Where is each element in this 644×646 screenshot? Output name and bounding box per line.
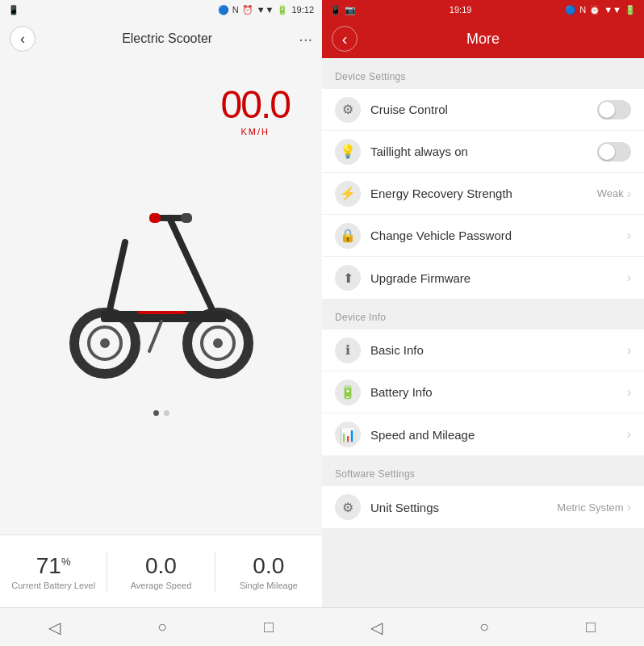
upgrade-firmware-right: › [627, 271, 631, 285]
speed-label: Average Speed [131, 581, 192, 590]
basic-info-right: › [627, 343, 631, 358]
carousel-dot-1 [153, 410, 159, 416]
speed-mileage-icon: 📊 [335, 422, 361, 447]
software-settings-label: Software Settings [322, 455, 644, 486]
right-bluetooth-icon: 🔵 [565, 5, 576, 15]
speed-stat: 0.0 Average Speed [107, 547, 214, 597]
taillight-item[interactable]: 💡 Taillight always on [322, 131, 644, 173]
upgrade-firmware-item[interactable]: ⬆ Upgrade Firmware › [322, 257, 644, 299]
battery-info-label: Battery Info [370, 385, 627, 399]
energy-recovery-icon: ⚡ [335, 181, 361, 207]
svg-line-13 [149, 321, 161, 351]
left-header: ‹ Electric Scooter ··· [0, 19, 322, 58]
unit-settings-item[interactable]: ⚙ Unit Settings Metric System › [322, 486, 644, 528]
battery-info-item[interactable]: 🔋 Battery Info › [322, 371, 644, 413]
right-status-left-icons: 📱 📷 [330, 5, 356, 15]
right-panel: 📱 📷 19:19 🔵 N ⏰ ▼▼ 🔋 ‹ More Device Setti… [322, 0, 644, 646]
speed-mileage-chevron-icon: › [627, 427, 631, 442]
device-settings-group: ⚙ Cruise Control 💡 Taillight always on ⚡… [322, 89, 644, 299]
left-more-button[interactable]: ··· [299, 30, 312, 48]
basic-info-chevron-icon: › [627, 343, 631, 358]
carousel-dot-2 [164, 410, 169, 416]
device-info-group: ℹ Basic Info › 🔋 Battery Info › 📊 Speed … [322, 329, 644, 455]
unit-settings-right: Metric System › [557, 500, 631, 514]
right-back-icon: ‹ [342, 30, 348, 48]
left-status-icons: 🔵 N ⏰ ▼▼ 🔋 19:12 [218, 5, 314, 15]
home-nav-icon[interactable]: ○ [157, 618, 167, 636]
alarm-icon: ⏰ [242, 5, 253, 15]
battery-label: Current Battery Level [11, 581, 95, 590]
right-time: 19:19 [450, 5, 472, 15]
right-back-nav-icon[interactable]: ◁ [370, 618, 383, 637]
right-battery-icon: 🔋 [625, 5, 636, 15]
change-password-icon: 🔒 [335, 223, 361, 249]
left-status-bar: 📱 🔵 N ⏰ ▼▼ 🔋 19:12 [0, 0, 322, 19]
recents-nav-icon[interactable]: □ [264, 618, 274, 636]
scooter-display-area: 00.0 KM/H [0, 58, 322, 535]
cruise-control-item[interactable]: ⚙ Cruise Control [322, 89, 644, 131]
speed-mileage-right: › [627, 427, 631, 442]
speed-display: 00.0 KM/H [221, 82, 290, 136]
mileage-value: 0.0 [253, 553, 284, 579]
basic-info-label: Basic Info [370, 343, 627, 357]
change-password-right: › [627, 229, 631, 243]
right-home-nav-icon[interactable]: ○ [479, 618, 489, 636]
left-nav-bar: ◁ ○ □ [0, 607, 322, 646]
signal-icon: ▼▼ [257, 5, 274, 15]
right-status-bar: 📱 📷 19:19 🔵 N ⏰ ▼▼ 🔋 [322, 0, 644, 19]
back-nav-icon[interactable]: ◁ [48, 618, 61, 637]
right-camera-icon: 📷 [345, 5, 356, 15]
mileage-label: Single Mileage [240, 581, 298, 590]
upgrade-firmware-label: Upgrade Firmware [370, 271, 627, 285]
cruise-control-toggle[interactable] [597, 100, 631, 120]
left-back-icon: ‹ [20, 31, 25, 48]
change-password-item[interactable]: 🔒 Change Vehicle Password › [322, 215, 644, 257]
basic-info-item[interactable]: ℹ Basic Info › [322, 329, 644, 371]
battery-info-right: › [627, 385, 631, 400]
device-settings-label: Device Settings [322, 58, 644, 89]
left-status-icon: 📱 [8, 5, 19, 15]
right-nfc-icon: N [579, 5, 586, 15]
svg-point-2 [100, 338, 110, 348]
cruise-control-icon: ⚙ [335, 97, 361, 123]
scooter-image [48, 178, 274, 404]
speed-mileage-item[interactable]: 📊 Speed and Mileage › [322, 413, 644, 455]
right-nav-bar: ◁ ○ □ [322, 607, 644, 646]
upgrade-firmware-icon: ⬆ [335, 265, 361, 291]
change-password-chevron-icon: › [627, 229, 631, 243]
unit-settings-icon: ⚙ [335, 494, 361, 520]
right-back-button[interactable]: ‹ [332, 26, 358, 52]
cruise-control-label: Cruise Control [370, 103, 597, 116]
taillight-label: Taillight always on [370, 145, 597, 158]
unit-settings-value: Metric System [557, 501, 623, 514]
right-phone-icon: 📱 [330, 5, 341, 15]
svg-point-5 [213, 338, 223, 348]
right-content: Device Settings ⚙ Cruise Control 💡 Taill… [322, 58, 644, 607]
nfc-icon: N [232, 5, 239, 15]
unit-settings-label: Unit Settings [370, 501, 557, 514]
svg-rect-11 [181, 213, 192, 223]
right-signal-icon: ▼▼ [604, 5, 621, 15]
device-info-label: Device Info [322, 299, 644, 329]
bluetooth-icon: 🔵 [218, 5, 229, 15]
avg-speed-value: 0.0 [145, 553, 177, 579]
speed-unit: KM/H [221, 127, 290, 136]
left-panel: 📱 🔵 N ⏰ ▼▼ 🔋 19:12 ‹ Electric Scooter ··… [0, 0, 322, 646]
carousel-dots [153, 410, 169, 416]
change-password-label: Change Vehicle Password [370, 229, 627, 242]
svg-rect-12 [137, 311, 186, 314]
taillight-toggle[interactable] [597, 142, 631, 162]
right-header: ‹ More [322, 19, 644, 58]
battery-unit: % [61, 555, 71, 567]
unit-settings-chevron-icon: › [627, 500, 631, 514]
stats-bar: 71% Current Battery Level 0.0 Average Sp… [0, 535, 322, 607]
energy-recovery-value: Weak [597, 187, 624, 199]
battery-icon: 🔋 [277, 5, 288, 15]
battery-info-chevron-icon: › [627, 385, 631, 400]
left-back-button[interactable]: ‹ [10, 26, 36, 52]
battery-stat: 71% Current Battery Level [0, 547, 107, 597]
battery-info-icon: 🔋 [335, 380, 361, 405]
energy-recovery-item[interactable]: ⚡ Energy Recovery Strength Weak › [322, 173, 644, 215]
right-recents-nav-icon[interactable]: □ [586, 618, 596, 636]
speed-mileage-label: Speed and Mileage [370, 428, 627, 442]
